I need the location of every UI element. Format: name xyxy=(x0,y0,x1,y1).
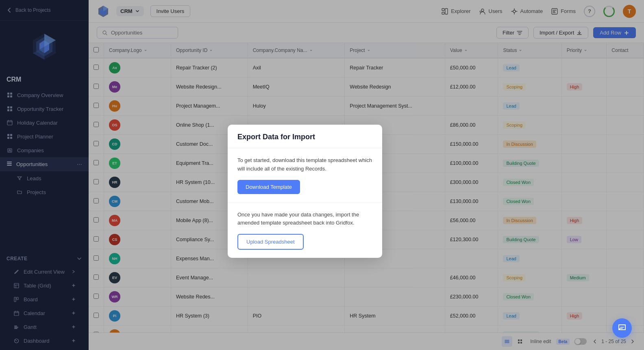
modal-download-text: To get started, download this template s… xyxy=(237,156,372,173)
modal-upload-section: Once you have made your data changes, im… xyxy=(228,203,382,258)
modal-download-section: To get started, download this template s… xyxy=(228,148,382,203)
chat-button[interactable] xyxy=(612,318,632,338)
download-template-button[interactable]: Download Template xyxy=(237,180,300,194)
modal-upload-text: Once you have made your data changes, im… xyxy=(237,211,372,228)
modal-overlay[interactable]: Export Data for Import To get started, d… xyxy=(0,0,644,350)
modal-title: Export Data for Import xyxy=(228,125,382,148)
export-modal: Export Data for Import To get started, d… xyxy=(228,125,382,258)
chat-icon xyxy=(618,324,627,333)
upload-spreadsheet-button[interactable]: Upload Spreadsheet xyxy=(237,234,304,250)
